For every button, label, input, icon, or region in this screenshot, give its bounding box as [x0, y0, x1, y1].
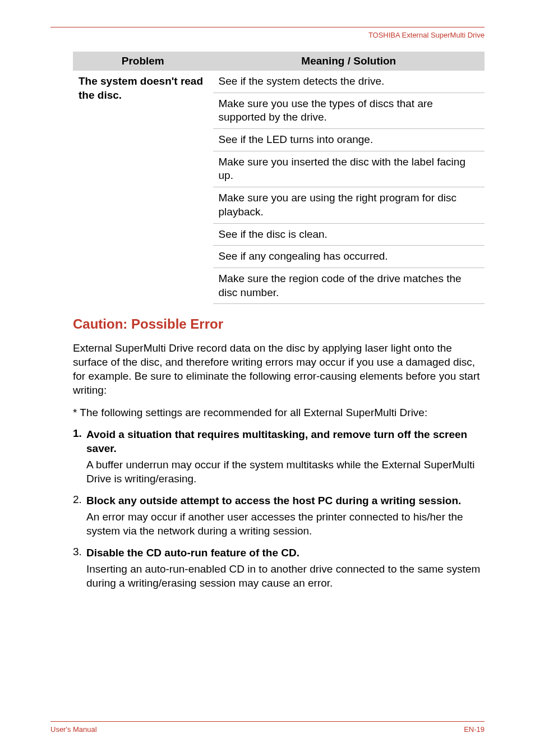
list-item: 3. Disable the CD auto-run feature of th…: [73, 546, 485, 596]
page-footer: User's Manual EN-19: [50, 721, 485, 734]
numbered-list: 1. Avoid a situation that requires multi…: [73, 427, 485, 596]
header-rule: [50, 27, 485, 27]
footer-left-text: User's Manual: [50, 725, 97, 734]
table-header-row: Problem Meaning / Solution: [73, 52, 485, 71]
solution-cell: Make sure you inserted the disc with the…: [213, 151, 485, 187]
list-item-description: An error may occur if another user acces…: [86, 510, 485, 538]
list-item-description: A buffer underrun may occur if the syste…: [86, 458, 485, 486]
list-number: 2.: [73, 494, 86, 543]
list-item-title: Block any outside attempt to access the …: [86, 494, 485, 508]
footer-row: User's Manual EN-19: [50, 725, 485, 734]
solution-cell: See if the disc is clean.: [213, 223, 485, 246]
body-paragraph: * The following settings are recommended…: [73, 405, 485, 420]
troubleshooting-table: Problem Meaning / Solution The system do…: [73, 52, 485, 304]
solution-cell: Make sure the region code of the drive m…: [213, 268, 485, 303]
header-product-name: TOSHIBA External SuperMulti Drive: [50, 31, 485, 39]
column-header-meaning: Meaning / Solution: [213, 52, 485, 71]
solution-cell: See if any congealing has occurred.: [213, 246, 485, 268]
solution-cell: Make sure you use the types of discs tha…: [213, 93, 485, 128]
solution-cell: Make sure you are using the right progra…: [213, 187, 485, 223]
document-page: TOSHIBA External SuperMulti Drive Proble…: [0, 0, 535, 756]
table-row: The system doesn't read the disc. See if…: [73, 71, 485, 93]
list-item: 2. Block any outside attempt to access t…: [73, 494, 485, 543]
list-content: Block any outside attempt to access the …: [86, 494, 485, 543]
body-paragraph: External SuperMulti Drive record data on…: [73, 341, 485, 397]
list-item-title: Disable the CD auto-run feature of the C…: [86, 546, 485, 560]
footer-page-number: EN-19: [464, 725, 485, 734]
list-item-title: Avoid a situation that requires multitas…: [86, 427, 485, 455]
list-content: Disable the CD auto-run feature of the C…: [86, 546, 485, 596]
list-item-description: Inserting an auto-run-enabled CD in to a…: [86, 562, 485, 590]
section-heading-caution: Caution: Possible Error: [73, 316, 485, 332]
solution-cell: See if the system detects the drive.: [213, 71, 485, 93]
list-content: Avoid a situation that requires multitas…: [86, 427, 485, 491]
column-header-problem: Problem: [73, 52, 213, 71]
list-item: 1. Avoid a situation that requires multi…: [73, 427, 485, 491]
solution-cell: See if the LED turns into orange.: [213, 129, 485, 151]
footer-rule: [50, 721, 485, 722]
list-number: 1.: [73, 427, 86, 491]
problem-cell: The system doesn't read the disc.: [73, 71, 213, 304]
list-number: 3.: [73, 546, 86, 596]
